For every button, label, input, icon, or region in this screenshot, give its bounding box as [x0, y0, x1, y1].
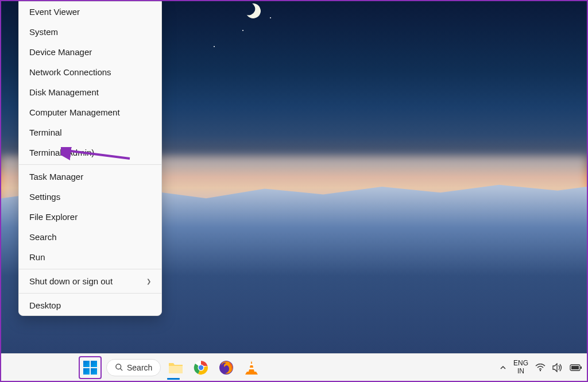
menu-separator — [19, 269, 161, 269]
star-decor — [242, 30, 243, 31]
menu-separator — [19, 293, 161, 294]
menu-label: Desktop — [29, 300, 61, 310]
menu-label: Computer Management — [29, 107, 120, 117]
menu-item-file-explorer[interactable]: File Explorer — [19, 207, 161, 227]
file-explorer-icon — [168, 361, 184, 375]
menu-label: Event Viewer — [29, 7, 80, 17]
taskbar-firefox[interactable] — [216, 357, 237, 378]
menu-label: Search — [29, 232, 57, 242]
menu-item-computer-management[interactable]: Computer Management — [19, 102, 161, 122]
menu-label: File Explorer — [29, 212, 78, 222]
menu-item-run[interactable]: Run — [19, 247, 161, 267]
active-indicator — [167, 378, 180, 380]
firefox-icon — [219, 360, 234, 375]
menu-label: Settings — [29, 192, 60, 202]
svg-marker-14 — [553, 364, 557, 372]
tray-overflow[interactable] — [500, 364, 506, 371]
menu-item-desktop[interactable]: Desktop — [19, 295, 161, 315]
svg-marker-9 — [249, 361, 254, 372]
search-icon — [115, 363, 123, 372]
menu-item-task-manager[interactable]: Task Manager — [19, 167, 161, 187]
menu-item-device-manager[interactable]: Device Manager — [19, 42, 161, 62]
menu-item-shutdown-signout[interactable]: Shut down or sign out❯ — [19, 271, 161, 291]
svg-point-13 — [540, 369, 541, 371]
lang-primary: ENG — [513, 360, 528, 367]
volume-button[interactable] — [552, 363, 563, 372]
menu-separator — [19, 164, 161, 165]
speaker-icon — [552, 363, 563, 372]
wifi-icon — [535, 364, 546, 372]
menu-label: Run — [29, 252, 45, 262]
chrome-icon — [194, 360, 208, 375]
moon-decor — [243, 1, 262, 20]
chevron-right-icon: ❯ — [146, 278, 151, 284]
menu-label: Network Connections — [29, 67, 111, 77]
svg-rect-17 — [581, 366, 582, 369]
taskbar-chrome[interactable] — [191, 357, 211, 378]
lang-secondary: IN — [517, 368, 524, 375]
menu-label: Shut down or sign out — [29, 276, 113, 286]
svg-point-7 — [199, 365, 203, 369]
menu-item-settings[interactable]: Settings — [19, 187, 161, 207]
chevron-up-icon — [500, 364, 506, 371]
taskbar-center: Search — [79, 356, 262, 379]
menu-label: Terminal — [29, 128, 62, 137]
system-tray: ENG IN — [500, 360, 582, 375]
battery-icon — [570, 364, 582, 371]
menu-label: Device Manager — [29, 47, 92, 57]
menu-label: Task Manager — [29, 172, 83, 182]
svg-rect-11 — [249, 368, 254, 369]
menu-label: Disk Management — [29, 87, 99, 97]
menu-item-search[interactable]: Search — [19, 227, 161, 247]
svg-line-1 — [67, 151, 130, 159]
menu-item-disk-management[interactable]: Disk Management — [19, 82, 161, 102]
start-button[interactable] — [79, 356, 102, 379]
svg-marker-12 — [245, 372, 258, 375]
wifi-button[interactable] — [535, 364, 546, 372]
menu-item-event-viewer[interactable]: Event Viewer — [19, 2, 161, 22]
star-decor — [270, 17, 271, 18]
menu-item-network-connections[interactable]: Network Connections — [19, 62, 161, 82]
svg-rect-4 — [169, 366, 183, 373]
windows-logo-icon — [83, 361, 97, 375]
search-button[interactable]: Search — [106, 359, 161, 376]
annotation-arrow-icon — [61, 147, 136, 164]
menu-item-terminal[interactable]: Terminal — [19, 122, 161, 142]
taskbar: Search ENG IN — [1, 353, 587, 381]
svg-rect-10 — [250, 364, 253, 365]
taskbar-file-explorer[interactable] — [165, 357, 186, 378]
menu-label: System — [29, 27, 58, 37]
language-indicator[interactable]: ENG IN — [513, 360, 528, 375]
svg-line-3 — [120, 368, 122, 371]
star-decor — [214, 46, 215, 47]
svg-rect-16 — [571, 366, 579, 369]
svg-point-2 — [116, 364, 121, 369]
menu-item-system[interactable]: System — [19, 22, 161, 42]
search-label: Search — [127, 363, 152, 372]
taskbar-vlc[interactable] — [241, 357, 262, 378]
desktop-wallpaper[interactable]: Event Viewer System Device Manager Netwo… — [1, 1, 587, 353]
battery-button[interactable] — [570, 364, 582, 371]
vlc-icon — [245, 360, 258, 375]
